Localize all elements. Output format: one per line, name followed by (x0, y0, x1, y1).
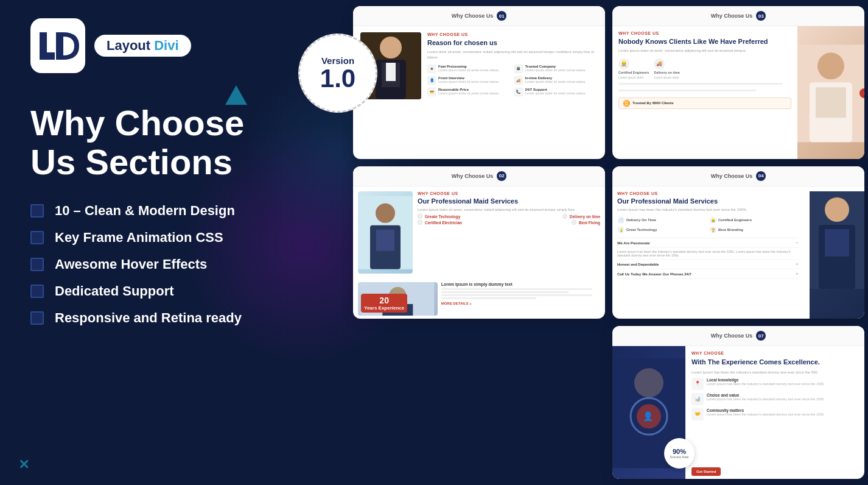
feature-item-5: Responsive and Retina ready (30, 310, 286, 326)
preview-card-right-3: Why Choose Us 07 👤 90% Success Rate WHY … (612, 326, 864, 479)
right-card-1-desc: Lorem ipsum dolor sit amet, consectetur … (618, 48, 791, 53)
right-card-1-subtitle: WHY CHOOSE US (618, 31, 791, 35)
card-1-title: Reason for chosen us (427, 39, 598, 47)
rc3-feature-3-text: Community matters Lorem ipsum has been t… (707, 408, 858, 417)
dot-icon-3 (418, 220, 422, 225)
right-card-1-header: Why Choose Us 03 (612, 6, 864, 26)
feature-item-3: Awesome Hover Effects (30, 257, 286, 272)
right-card-1-badge: 03 (756, 11, 766, 21)
text-line-2 (441, 291, 569, 293)
rc1-icon-engineers: 👷 Certified Engineers Lorem ipsum dolor (618, 58, 649, 79)
dot-icon-4 (572, 220, 576, 225)
front-interview-icon: 👤 (427, 76, 436, 85)
right-card-3-image: 👤 90% Success Rate (612, 346, 685, 479)
card-2-features: Greate Technology Delivery on time Certi… (418, 214, 600, 225)
card-1-feature-5-text: Reasonable Price Lorem ipsum dolor sit a… (438, 88, 499, 95)
text-line-4 (441, 297, 537, 299)
svg-text:👤: 👤 (643, 412, 654, 422)
right-card-2-accordion: We Are Passionate − Lorem ipsum has been… (617, 238, 799, 279)
logo-name-highlight: Divi (154, 38, 178, 53)
feature-item-1: 10 – Clean & Modern Design (30, 203, 286, 219)
trusted-icon: ♊ (623, 100, 630, 107)
rc3-feature-1-desc: Lorem ipsum has been the industry's stan… (707, 382, 858, 386)
local-knowledge-icon: 📍 (691, 378, 704, 390)
text-line-1 (441, 288, 592, 290)
feature-bullet-2 (30, 231, 44, 244)
feature-text-1: 10 – Clean & Modern Design (55, 203, 235, 219)
acc-item-1-content: Lorem ipsum has been the industry's stan… (617, 248, 799, 260)
card-1-feature-4: 🚚 In-time Delivery Lorem ipsum dolor sit… (514, 76, 598, 85)
rc2-delivery-icon: 🕐 (617, 216, 625, 224)
right-card-3-header: Why Choose Us 07 (612, 326, 864, 346)
card-1-header: Why Choose Us 01 (353, 6, 605, 26)
card-1-badge: 01 (497, 11, 506, 21)
rc1-line-2 (618, 90, 757, 91)
logo-svg (37, 29, 79, 63)
rc2-item-4: 🏆 Best Branding (709, 226, 799, 233)
get-started-button[interactable]: Get Started (691, 467, 721, 476)
rc3-feature-2-desc: Lorem ipsum has been the industry's stan… (707, 397, 858, 402)
more-details-link[interactable]: MORE DETAILS » (441, 302, 600, 305)
preview-card-right-1: Why Choose Us 03 WHY CHOOSE US Nobody Kn… (612, 6, 864, 159)
feature-text-3: Awesome Hover Effects (55, 257, 207, 272)
feature-text-4: Dedicated Support (55, 283, 174, 299)
right-card-3-content: WHY CHOOSE With The Experience Comes Exc… (685, 346, 864, 479)
card-1-features-grid: ❄ Fast Processing Lorem ipsum dolor sit … (427, 65, 598, 96)
feature-item-4: Dedicated Support (30, 283, 286, 299)
rc2-item-1: 🕐 Delivery On Time (617, 216, 707, 224)
engineers-label: Certified Engineers (618, 71, 649, 74)
card-2-bottom-image: 20 Years Experience (358, 282, 438, 316)
svg-point-16 (817, 52, 844, 79)
card-1-header-title: Why Choose Us (452, 13, 494, 19)
acc-item-2[interactable]: Honest and Dependable + (617, 260, 799, 269)
rc2-tech-label: Great Technology (626, 228, 657, 232)
card-1-subtitle: WHY CHOOSE US (427, 32, 598, 37)
right-card-1-header-title: Why Choose Us (711, 13, 753, 19)
card-2-feat-1: Greate Technology Delivery on time (418, 214, 600, 219)
rc3-feature-3-title: Community matters (707, 408, 858, 412)
acc-item-1-chevron: − (796, 240, 799, 246)
rc1-line-1 (618, 83, 783, 85)
experience-badge: 20 Years Experience (361, 294, 407, 313)
right-card-2-subtitle: WHY CHOOSE US (617, 191, 799, 196)
rc3-feature-2: 📊 Choice and value Lorem ipsum has been … (691, 393, 858, 405)
preview-card-2: Why Choose Us 02 WHY CHOOSE US Our Profe… (353, 166, 605, 319)
logo-text: Layout Divi (94, 35, 191, 57)
card-2-bottom: 20 Years Experience Lorem Ipsum is simpl… (358, 282, 600, 316)
svg-rect-2 (56, 32, 63, 60)
price-icon: 💳 (427, 88, 436, 96)
feature-text-5: Responsive and Retina ready (55, 310, 242, 326)
version-badge: Version 1.0 (298, 34, 377, 113)
card-1-feature-3: 👤 Front Interview Lorem ipsum dolor sit … (427, 76, 511, 85)
card-1-feature-6-text: 24/7 Support Lorem ipsum dolor sit amet … (525, 88, 586, 95)
right-card-1-title: Nobody Knows Clients Like We Have Prefer… (618, 38, 791, 46)
card-2-header: Why Choose Us 02 (353, 166, 605, 186)
right-card-2-body: WHY CHOOSE US Our Professional Maid Serv… (612, 186, 864, 319)
rc2-engineers-icon: 👷 (709, 216, 716, 224)
acc-item-1-title: We Are Passionate (617, 241, 650, 245)
acc-item-3[interactable]: Call Us Today We Answer Our Phones 24/7 … (617, 269, 799, 279)
logo-area: Layout Divi (30, 18, 286, 73)
main-title: Why Choose Us Sections (30, 104, 286, 182)
trusted-text: Trusted By 9000 Clients (632, 101, 674, 105)
right-card-2-grid: 🕐 Delivery On Time 👷 Certified Engineers… (617, 216, 799, 233)
card-2-desc: Lorem ipsum dolor sit amet, consectetur … (418, 207, 600, 212)
rc1-person-svg (797, 26, 864, 159)
rc3-feature-2-text: Choice and value Lorem ipsum has been th… (707, 393, 858, 402)
svg-point-4 (380, 37, 402, 58)
svg-rect-1 (40, 52, 55, 60)
right-card-3-body: 👤 90% Success Rate WHY CHOOSE With The E… (612, 346, 864, 479)
acc-item-1[interactable]: We Are Passionate − (617, 238, 799, 248)
right-card-3-desc: Lorem Ipsum has been the industry's stan… (691, 370, 858, 375)
feature-bullet-3 (30, 258, 44, 271)
right-card-1-content: WHY CHOOSE US Nobody Knows Clients Like … (612, 26, 864, 159)
svg-point-9 (376, 203, 395, 222)
right-card-2-image (810, 191, 864, 319)
preview-card-right-2: Why Choose Us 04 WHY CHOOSE US Our Profe… (612, 166, 864, 319)
rc3-feature-2-title: Choice and value (707, 393, 858, 397)
rc1-icon-delivery: 🚚 Delivery on time Lorem ipsum dolor (654, 58, 680, 79)
card-2-image (358, 191, 413, 274)
acc-item-2-chevron: + (796, 261, 799, 267)
svg-point-20 (825, 197, 849, 222)
success-rate-badge: 90% Success Rate (664, 438, 695, 469)
